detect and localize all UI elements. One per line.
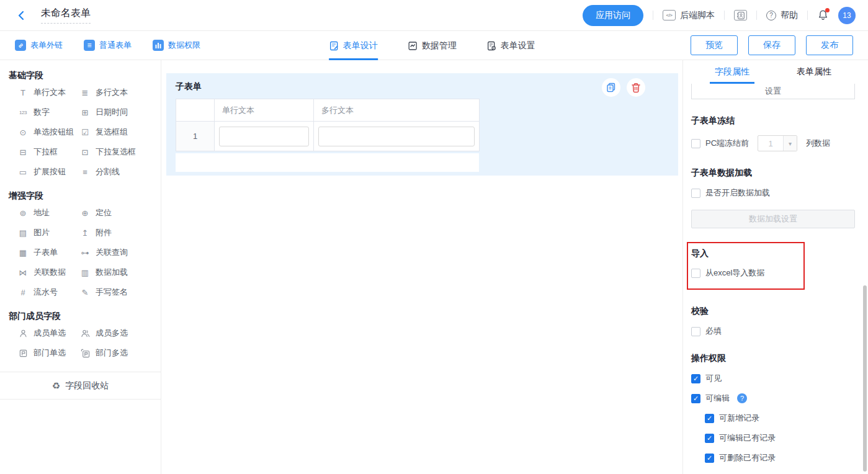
dataload-option-row: 是否开启数据加载 [691, 187, 855, 199]
editable-help-icon[interactable]: ? [737, 393, 747, 403]
tab-data-management[interactable]: 数据管理 [408, 31, 457, 60]
edit-record-option-row: 可编辑已有记录 [705, 432, 855, 444]
field-item-checkbox-group[interactable]: ☑复选框组 [79, 122, 161, 142]
required-option-row: 必填 [691, 326, 855, 337]
dataload-section-title: 子表单数据加载 [691, 168, 855, 179]
field-recycle-bin-button[interactable]: ♻ 字段回收站 [0, 372, 161, 400]
tab-form-properties[interactable]: 表单属性 [773, 60, 855, 84]
field-item-address[interactable]: ⊚地址 [17, 203, 79, 223]
help-button[interactable]: ? 帮助 [766, 10, 798, 21]
form-canvas[interactable]: 子表单 单行文本 多行文本 [161, 60, 682, 474]
app-access-button[interactable]: 应用访问 [583, 5, 643, 26]
editable-checkbox[interactable] [691, 394, 700, 403]
freeze-checkbox[interactable] [691, 139, 700, 148]
freeze-option-row: PC端冻结前 1 ▾ 列数据 [691, 135, 855, 151]
multi-line-text-input[interactable] [318, 127, 475, 146]
freeze-columns-value: 1 [758, 136, 783, 151]
field-label: 附件 [96, 227, 112, 238]
notification-button[interactable] [817, 9, 829, 21]
field-item-number[interactable]: 123数字 [17, 102, 79, 122]
field-item-datetime[interactable]: ⊞日期时间 [79, 102, 161, 122]
freeze-section-title: 子表单冻结 [691, 115, 855, 127]
editable-label: 可编辑 [705, 393, 730, 404]
field-item-subform[interactable]: ▦子表单 [17, 243, 79, 262]
field-item-dropdown[interactable]: ⊟下拉框 [17, 142, 79, 162]
settings-button-clipped[interactable]: 设置 [691, 84, 855, 99]
backend-script-button[interactable]: </> 后端脚本 [663, 10, 715, 21]
multi-line-cell [314, 122, 480, 151]
field-item-signature[interactable]: ✎手写签名 [79, 282, 161, 302]
field-item-data-load[interactable]: ▥数据加载 [79, 262, 161, 282]
normal-form-button[interactable]: ≡ 普通表单 [84, 40, 132, 51]
panel-scrollbar[interactable] [863, 285, 867, 472]
field-item-image[interactable]: ▤图片 [17, 223, 79, 243]
image-icon: ▤ [17, 228, 29, 238]
field-label: 成员多选 [96, 328, 128, 339]
field-item-serial-number[interactable]: #流水号 [17, 282, 79, 302]
visible-checkbox[interactable] [691, 374, 700, 383]
field-item-linked-query[interactable]: ⊶关联查询 [79, 243, 161, 262]
toolbar-left-group: ∞ 表单外链 ≡ 普通表单 数据权限 [15, 40, 200, 51]
tab-label: 数据管理 [422, 40, 457, 51]
user-avatar[interactable]: 13 [838, 7, 856, 24]
tab-form-settings[interactable]: 表单设置 [486, 31, 535, 60]
section-title-basic-fields: 基础字段 [0, 70, 161, 83]
publish-button[interactable]: 发布 [806, 35, 853, 55]
field-item-divider-line[interactable]: ≡分割线 [79, 162, 161, 182]
form-external-link-button[interactable]: ∞ 表单外链 [15, 40, 63, 51]
copy-widget-button[interactable] [602, 78, 620, 97]
field-item-member-multi[interactable]: 成员多选 [79, 323, 161, 343]
field-item-single-line-text[interactable]: T单行文本 [17, 83, 79, 102]
subform-widget-selected[interactable]: 子表单 单行文本 多行文本 [166, 73, 678, 176]
field-item-radio-group[interactable]: ⊙单选按钮组 [17, 122, 79, 142]
data-permission-label: 数据权限 [168, 40, 200, 51]
freeze-columns-select[interactable]: 1 ▾ [758, 135, 797, 151]
field-label: 分割线 [96, 166, 120, 177]
section-title-dept-member-fields: 部门成员字段 [0, 311, 161, 323]
tab-form-design[interactable]: 表单设计 [329, 31, 378, 60]
field-item-linked-data[interactable]: ⋈关联数据 [17, 262, 79, 282]
delete-record-checkbox[interactable] [705, 454, 714, 463]
linked-data-icon: ⋈ [17, 268, 29, 277]
subform-header-row: 单行文本 多行文本 [176, 99, 480, 122]
app-root: 未命名表单 应用访问 </> 后端脚本 ? 帮助 [0, 0, 868, 474]
preview-button[interactable]: 预览 [691, 35, 738, 55]
dataload-settings-button[interactable]: 数据加载设置 [691, 210, 855, 228]
subform-add-row-area[interactable] [176, 153, 479, 172]
add-record-checkbox[interactable] [705, 414, 714, 423]
data-management-icon [408, 41, 418, 51]
form-settings-icon [486, 41, 496, 51]
tab-field-properties[interactable]: 字段属性 [691, 60, 773, 84]
divider [724, 11, 725, 20]
data-permission-button[interactable]: 数据权限 [153, 40, 200, 51]
field-item-multi-dropdown[interactable]: ⊡下拉复选框 [79, 142, 161, 162]
field-item-dept-single[interactable]: 部门单选 [17, 343, 79, 363]
contacts-button[interactable] [734, 10, 747, 20]
required-checkbox[interactable] [691, 327, 700, 336]
help-icon: ? [766, 11, 776, 20]
excel-import-checkbox[interactable] [691, 269, 700, 278]
field-item-extend-button[interactable]: ▭扩展按钮 [17, 162, 79, 182]
back-button[interactable] [14, 7, 30, 24]
code-icon: </> [663, 10, 676, 20]
index-header-cell [176, 99, 215, 122]
field-label: 关联数据 [34, 267, 66, 278]
form-title[interactable]: 未命名表单 [41, 7, 91, 24]
field-label: 关联查询 [96, 247, 128, 258]
delete-widget-button[interactable] [627, 78, 645, 97]
field-label: 定位 [96, 207, 112, 218]
field-item-attachment[interactable]: ↥附件 [79, 223, 161, 243]
field-item-multi-line-text[interactable]: ≣多行文本 [79, 83, 161, 102]
basic-fields-grid: T单行文本 ≣多行文本 123数字 ⊞日期时间 ⊙单选按钮组 ☑复选框组 ⊟下拉… [0, 83, 161, 182]
field-item-member-single[interactable]: 成员单选 [17, 323, 79, 343]
dataload-checkbox[interactable] [691, 189, 700, 198]
field-label: 复选框组 [96, 127, 128, 138]
single-line-text-input[interactable] [219, 127, 309, 146]
edit-record-checkbox[interactable] [705, 434, 714, 443]
save-button[interactable]: 保存 [748, 35, 795, 55]
recycle-label: 字段回收站 [65, 380, 109, 391]
properties-tabs: 字段属性 表单属性 [691, 60, 855, 84]
field-item-dept-multi[interactable]: 部门多选 [79, 343, 161, 363]
field-label: 数字 [34, 107, 50, 118]
field-item-location[interactable]: ⊕定位 [79, 203, 161, 223]
